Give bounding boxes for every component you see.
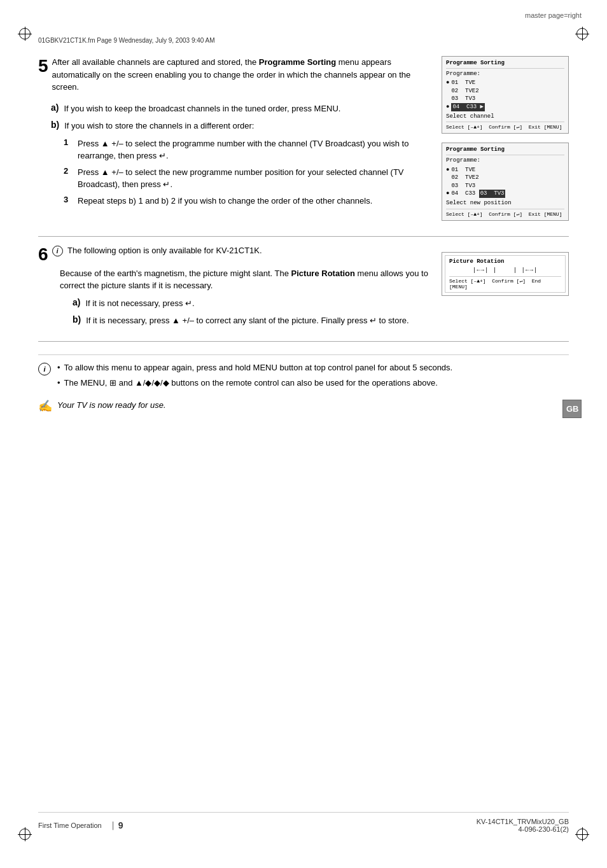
screen2-label: Programme: bbox=[446, 157, 564, 165]
note-section: ✍ Your TV is now ready for use. bbox=[38, 400, 569, 413]
rotation-footer: Select [–▲+] Confirm [↵] End [MENU] bbox=[449, 276, 561, 290]
footer-part-num: 4-096-230-61(2) bbox=[477, 825, 569, 833]
screen1-row2-text: 02 TVE2 bbox=[451, 87, 478, 95]
main-content: 5 After all available channels are captu… bbox=[38, 56, 569, 413]
step6-sub-b-label: b) bbox=[73, 314, 81, 325]
footer-section-label: First Time Operation bbox=[38, 822, 102, 829]
step6-intro: The following option is only available f… bbox=[67, 246, 262, 255]
step5-sub-a: a) If you wish to keep the broadcast cha… bbox=[51, 102, 429, 115]
step5-number: 5 bbox=[38, 57, 48, 75]
step5-num3: 3 Repeat steps b) 1 and b) 2 if you wish… bbox=[64, 195, 429, 207]
step5-screens: Programme Sorting Programme: ● 01 TVE 02… bbox=[442, 56, 569, 223]
screen2-title: Programme Sorting bbox=[446, 146, 564, 155]
step5-intro-text: After all available channels are capture… bbox=[52, 56, 429, 97]
divider1 bbox=[38, 236, 569, 237]
page-footer: First Time Operation │ 9 KV-14CT1K_TRVMi… bbox=[38, 812, 569, 833]
master-page-label: master page=right bbox=[525, 11, 582, 19]
rotation-title: Picture Rotation bbox=[449, 258, 561, 265]
step6-para: Because of the earth's magnetism, the pi… bbox=[60, 267, 429, 292]
step6-header: 6 i The following option is only availab… bbox=[38, 246, 429, 263]
info-text-block: To allow this menu to appear again, pres… bbox=[57, 361, 569, 393]
step5-sub-b-label: b) bbox=[51, 120, 59, 130]
info-section: i To allow this menu to appear again, pr… bbox=[38, 354, 569, 393]
screen1-space3 bbox=[446, 95, 449, 103]
footer-right: KV-14CT1K_TRVMixU20_GB 4-096-230-61(2) bbox=[477, 818, 569, 833]
screen1-row4-text: 04 C33 ▶ bbox=[451, 103, 485, 111]
screen1-row1-text: 01 TVE bbox=[451, 79, 475, 87]
screen2-footer: Select [–▲+] Confirm [↵] Exit [MENU] bbox=[446, 209, 564, 218]
step6-body1: Because of the earth's magnetism, the pi… bbox=[60, 269, 289, 278]
reg-mark-tl bbox=[18, 27, 32, 41]
step6-info-icon: i bbox=[52, 246, 63, 256]
screen2-space2 bbox=[446, 174, 449, 182]
step6-sub-a-label: a) bbox=[73, 297, 80, 307]
screen2-select: Select new position bbox=[446, 199, 564, 207]
step5-num2-text: Press ▲ +/– to select the new programme … bbox=[78, 166, 429, 191]
step6-sub-a-text: If it is not necessary, press ↵. bbox=[85, 297, 429, 310]
step5-num2: 2 Press ▲ +/– to select the new programm… bbox=[64, 166, 429, 191]
step6-bold: Picture Rotation bbox=[291, 269, 355, 278]
screen1-box: Programme Sorting Programme: ● 01 TVE 02… bbox=[442, 56, 569, 134]
screen1-row3: 03 TV3 bbox=[446, 95, 564, 103]
step5-sub-b: b) If you wish to store the channels in … bbox=[51, 120, 429, 132]
note-text: Your TV is now ready for use. bbox=[57, 400, 166, 410]
step5-layout: 5 After all available channels are captu… bbox=[38, 56, 569, 223]
footer-model: KV-14CT1K_TRVMixU20_GB bbox=[477, 818, 569, 825]
screen1-bullet1: ● bbox=[446, 79, 449, 87]
info-item-2: The MENU, ⊞ and ▲/◆/◆/◆ buttons on the r… bbox=[57, 377, 569, 390]
screen2-row1-text: 01 TVE bbox=[451, 166, 475, 174]
step5-sub-b-text: If you wish to store the channels in a d… bbox=[64, 120, 429, 132]
screen2-row2-text: 02 TVE2 bbox=[451, 174, 478, 182]
step5-num1-label: 1 bbox=[64, 137, 73, 162]
step5-left: 5 After all available channels are captu… bbox=[38, 56, 429, 223]
step6-sub-b: b) If it is necessary, press ▲ +/– to co… bbox=[73, 314, 429, 327]
screen2-row4-highlight: 03 TV3 bbox=[479, 190, 506, 198]
step6-right: Picture Rotation |←→| | | |←→| Select [–… bbox=[442, 246, 569, 332]
screen1-row4: ● 04 C33 ▶ bbox=[446, 103, 564, 111]
screen2-row3: 03 TV3 bbox=[446, 182, 564, 190]
step5-num1: 1 Press ▲ +/– to select the programme nu… bbox=[64, 137, 429, 162]
info-circle-icon: i bbox=[38, 363, 51, 375]
screen1-select: Select channel bbox=[446, 113, 564, 121]
page-num-label: │ bbox=[111, 822, 116, 829]
note-pen-icon: ✍ bbox=[38, 399, 52, 413]
step5-num3-label: 3 bbox=[64, 195, 73, 207]
step5-bold: Programme Sorting bbox=[259, 57, 336, 67]
and-text: and bbox=[145, 196, 159, 206]
gb-tab: GB bbox=[562, 400, 582, 418]
reg-mark-bl bbox=[18, 827, 32, 841]
divider2 bbox=[38, 341, 569, 342]
info-list: To allow this menu to appear again, pres… bbox=[57, 361, 569, 391]
screen2-box: Programme Sorting Programme: ● 01 TVE 02… bbox=[442, 143, 569, 220]
picture-rotation-box: Picture Rotation |←→| | | |←→| Select [–… bbox=[442, 252, 569, 296]
screen1-row1: ● 01 TVE bbox=[446, 79, 564, 87]
screen1-footer: Select [–▲+] Confirm [↵] Exit [MENU] bbox=[446, 122, 564, 130]
page-number-box: │ 9 bbox=[111, 820, 123, 830]
step6-sub-a: a) If it is not necessary, press ↵. bbox=[73, 297, 429, 310]
reg-mark-tr bbox=[575, 27, 589, 41]
step6-left: 6 i The following option is only availab… bbox=[38, 246, 429, 332]
step5-intro: After all available channels are capture… bbox=[52, 57, 257, 67]
step5-num1-text: Press ▲ +/– to select the programme numb… bbox=[78, 137, 429, 162]
screen1-row2: 02 TVE2 bbox=[446, 87, 564, 95]
screen2-space3 bbox=[446, 182, 449, 190]
screen2-row4-a: 04 C33 bbox=[451, 190, 478, 198]
step6-body: i The following option is only available… bbox=[52, 246, 429, 256]
info-item-1: To allow this menu to appear again, pres… bbox=[57, 361, 569, 375]
screen2-row2: 02 TVE2 bbox=[446, 174, 564, 182]
step5-section: 5 After all available channels are captu… bbox=[38, 56, 569, 223]
rotation-content: |←→| | | |←→| bbox=[449, 267, 561, 274]
screen1-label: Programme: bbox=[446, 70, 564, 78]
picture-rotation-inner: Picture Rotation |←→| | | |←→| Select [–… bbox=[445, 255, 566, 293]
screen1-row3-text: 03 TV3 bbox=[451, 95, 475, 103]
footer-left: First Time Operation │ 9 bbox=[38, 820, 123, 830]
file-info: 01GBKV21CT1K.fm Page 9 Wednesday, July 9… bbox=[38, 37, 215, 44]
screen2-bullet4: ● bbox=[446, 190, 449, 198]
screen1-title: Programme Sorting bbox=[446, 59, 564, 69]
screen2-row1: ● 01 TVE bbox=[446, 166, 564, 174]
step6-sub-b-text: If it is necessary, press ▲ +/– to corre… bbox=[86, 314, 429, 327]
screen2-row4: ● 04 C33 03 TV3 bbox=[446, 190, 564, 198]
step6-section: 6 i The following option is only availab… bbox=[38, 246, 569, 332]
screen2-bullet1: ● bbox=[446, 166, 449, 174]
screen1-space2 bbox=[446, 87, 449, 95]
